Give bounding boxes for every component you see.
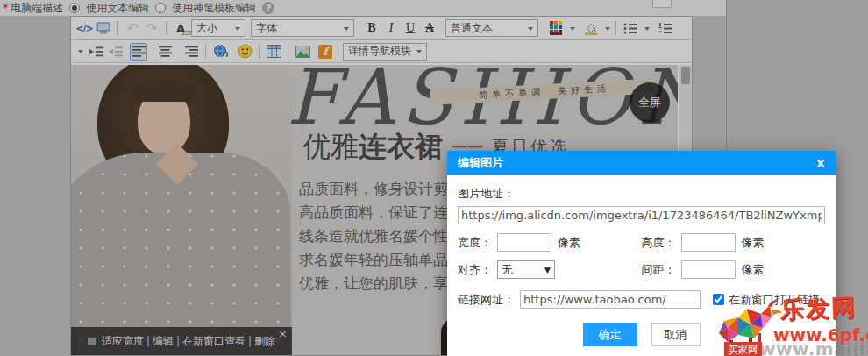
link-url-label: 链接网址： — [458, 292, 515, 308]
align-label: 对齐： — [458, 262, 492, 278]
spacing-label: 间距： — [642, 262, 676, 278]
width-label: 宽度： — [458, 235, 492, 251]
cancel-button[interactable]: 取消 — [651, 323, 701, 346]
px-unit: 像素 — [742, 235, 765, 251]
image-url-label: 图片地址： — [458, 186, 825, 202]
dialog-close-button[interactable]: X — [816, 157, 825, 170]
dialog-title: 编辑图片 — [458, 155, 503, 171]
brand-name: 乐发网 — [779, 291, 857, 325]
height-input[interactable] — [681, 233, 736, 252]
link-url-input[interactable] — [520, 290, 701, 309]
px-unit: 像素 — [558, 235, 580, 251]
screen: * 电脑端描述 使用文本编辑 使用神笔模板编辑 ? </> ↶ ↷ A 大小 — [0, 0, 868, 356]
height-label: 高度： — [642, 235, 676, 251]
align-value: 无 — [502, 262, 513, 278]
image-url-input[interactable] — [458, 206, 825, 224]
lefa-watermark: www.maijia.com 乐发网 www.6pf.cn 买家网 — [708, 286, 868, 356]
align-select[interactable]: 无 ▼ — [497, 260, 555, 279]
brand-url: www.6pf.cn — [773, 324, 868, 345]
px-unit: 像素 — [742, 262, 765, 278]
width-input[interactable] — [497, 233, 551, 252]
chevron-down-icon: ▼ — [544, 266, 551, 274]
confirm-button[interactable]: 确定 — [583, 323, 637, 346]
brand-badge: 买家网 — [724, 342, 762, 356]
dialog-header: 编辑图片 X — [447, 151, 836, 175]
spacing-input[interactable] — [681, 260, 736, 279]
